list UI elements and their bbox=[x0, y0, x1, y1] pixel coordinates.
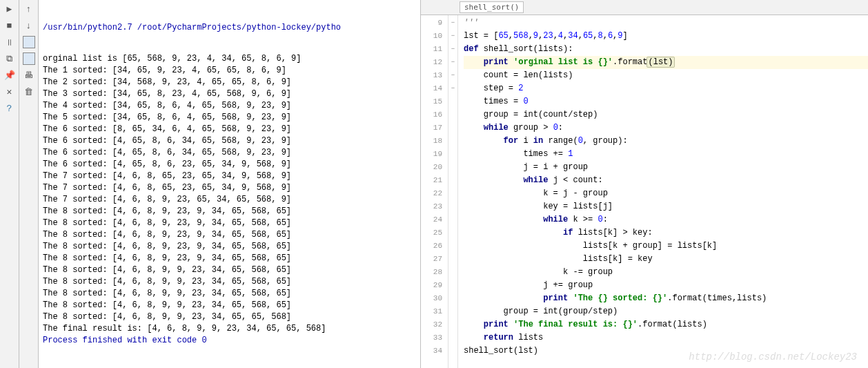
breadcrumb-item[interactable]: shell_sort() bbox=[460, 1, 524, 13]
code-line[interactable]: step = 2 bbox=[464, 82, 868, 95]
code-line[interactable]: k -= group bbox=[464, 266, 868, 279]
console-line: The 8 sorted: [4, 6, 8, 9, 23, 9, 34, 65… bbox=[43, 241, 416, 253]
printer-icon[interactable]: 🖶 bbox=[23, 69, 35, 81]
console-line: The 5 sorted: [34, 65, 8, 6, 4, 65, 568,… bbox=[43, 112, 416, 124]
console-line: The 1 sorted: [34, 65, 9, 23, 4, 65, 65,… bbox=[43, 65, 416, 77]
code-line[interactable]: j = i + group bbox=[464, 161, 868, 174]
help-icon[interactable]: ? bbox=[3, 102, 16, 115]
console-line: The 8 sorted: [4, 6, 8, 9, 9, 23, 34, 65… bbox=[43, 311, 416, 323]
console-line: The 8 sorted: [4, 6, 8, 9, 9, 23, 34, 65… bbox=[43, 300, 416, 311]
close-icon[interactable]: ✕ bbox=[3, 86, 16, 98]
console-line: The 7 sorted: [4, 6, 8, 65, 23, 65, 34, … bbox=[43, 182, 416, 194]
aux-toolbar: ↑ ↓ 🖶 🗑 bbox=[19, 0, 39, 368]
code-line[interactable]: print 'The {} sorted: {}'.format(times,l… bbox=[464, 292, 868, 305]
console-output: /usr/bin/python2.7 /root/PycharmProjects… bbox=[39, 0, 421, 368]
code-line[interactable]: print 'The final result is: {}'.format(l… bbox=[464, 318, 868, 331]
run-toolbar: ▶ ■ ॥ ⧉ 📌 ✕ ? bbox=[0, 0, 19, 368]
code-line[interactable]: for i in range(0, group): bbox=[464, 135, 868, 148]
console-line: The 8 sorted: [4, 6, 8, 9, 23, 9, 34, 65… bbox=[43, 229, 416, 241]
code-line[interactable]: while group > 0: bbox=[464, 122, 868, 135]
code-line[interactable]: def shell_sort(lists): bbox=[464, 43, 868, 56]
code-line[interactable]: key = lists[j] bbox=[464, 200, 868, 213]
code-editor[interactable]: '''lst = [65,568,9,23,4,34,65,8,6,9]def … bbox=[458, 15, 868, 368]
console-line: The 6 sorted: [4, 65, 8, 6, 23, 65, 34, … bbox=[43, 159, 416, 171]
pause-icon[interactable]: ॥ bbox=[3, 36, 16, 48]
console-line: The 8 sorted: [4, 6, 8, 9, 9, 23, 34, 65… bbox=[43, 264, 416, 276]
console-line: The 7 sorted: [4, 6, 8, 9, 23, 65, 34, 6… bbox=[43, 194, 416, 206]
code-line[interactable]: lists[k] = key bbox=[464, 253, 868, 266]
console-line: The 7 sorted: [4, 6, 8, 65, 23, 65, 34, … bbox=[43, 171, 416, 182]
line-number-gutter[interactable]: 9101112131415161718192021222324252627282… bbox=[421, 15, 448, 368]
run-icon[interactable]: ▶ bbox=[3, 3, 16, 15]
console-line: The 6 sorted: [4, 65, 8, 6, 34, 65, 568,… bbox=[43, 147, 416, 159]
console-path: /usr/bin/python2.7 /root/PycharmProjects… bbox=[43, 22, 416, 34]
trash-icon[interactable]: 🗑 bbox=[23, 86, 35, 98]
console-line: The 8 sorted: [4, 6, 8, 9, 9, 23, 34, 65… bbox=[43, 276, 416, 288]
console-line: The 6 sorted: [8, 65, 34, 6, 4, 65, 568,… bbox=[43, 124, 416, 135]
console-line: The 4 sorted: [34, 65, 8, 6, 4, 65, 568,… bbox=[43, 100, 416, 112]
breadcrumb-bar: shell_sort() bbox=[421, 0, 868, 15]
code-line[interactable]: times = 0 bbox=[464, 95, 868, 108]
code-line[interactable]: return lists bbox=[464, 331, 868, 345]
fold-gutter[interactable]: −−−−−− bbox=[448, 15, 458, 368]
code-line[interactable]: j += group bbox=[464, 279, 868, 292]
pin-icon[interactable]: 📌 bbox=[3, 69, 16, 81]
editor-pane: shell_sort() 910111213141516171819202122… bbox=[421, 0, 868, 368]
console-line: orginal list is [65, 568, 9, 23, 4, 34, … bbox=[43, 53, 416, 65]
console-line: The final result is: [4, 6, 8, 9, 9, 23,… bbox=[43, 323, 416, 335]
code-line[interactable]: ''' bbox=[464, 17, 868, 30]
console-line: Process finished with exit code 0 bbox=[43, 335, 416, 347]
scroll-end-icon[interactable] bbox=[23, 52, 35, 65]
console-line: The 8 sorted: [4, 6, 8, 9, 23, 9, 34, 65… bbox=[43, 253, 416, 264]
code-line[interactable]: lists[k + group] = lists[k] bbox=[464, 240, 868, 253]
code-line[interactable]: times += 1 bbox=[464, 148, 868, 161]
code-line[interactable]: lst = [65,568,9,23,4,34,65,8,6,9] bbox=[464, 30, 868, 43]
code-line[interactable]: group = int(group/step) bbox=[464, 305, 868, 318]
code-line[interactable]: while j < count: bbox=[464, 174, 868, 187]
code-line[interactable]: print 'orginal list is {}'.format(lst) bbox=[464, 56, 868, 69]
console-line: The 8 sorted: [4, 6, 8, 9, 23, 9, 34, 65… bbox=[43, 206, 416, 217]
stop-icon[interactable]: ■ bbox=[3, 19, 16, 32]
code-line[interactable]: count = len(lists) bbox=[464, 69, 868, 82]
watermark-text: http://blog.csdn.net/Lockey23 bbox=[689, 351, 857, 362]
console-line: The 8 sorted: [4, 6, 8, 9, 9, 23, 34, 65… bbox=[43, 288, 416, 300]
console-line: The 3 sorted: [34, 65, 8, 23, 4, 65, 568… bbox=[43, 88, 416, 100]
code-line[interactable]: k = j - group bbox=[464, 187, 868, 200]
up-arrow-icon[interactable]: ↑ bbox=[23, 3, 35, 15]
code-line[interactable]: group = int(count/step) bbox=[464, 108, 868, 122]
console-line: The 2 sorted: [34, 568, 9, 23, 4, 65, 65… bbox=[43, 77, 416, 88]
console-line: The 8 sorted: [4, 6, 8, 9, 23, 9, 34, 65… bbox=[43, 217, 416, 229]
code-line[interactable]: if lists[k] > key: bbox=[464, 226, 868, 240]
console-line: The 6 sorted: [4, 65, 8, 6, 34, 65, 568,… bbox=[43, 135, 416, 147]
soft-wrap-icon[interactable] bbox=[23, 36, 35, 48]
down-arrow-icon[interactable]: ↓ bbox=[23, 19, 35, 32]
code-line[interactable]: while k >= 0: bbox=[464, 213, 868, 226]
settings-icon[interactable]: ⧉ bbox=[3, 52, 16, 65]
